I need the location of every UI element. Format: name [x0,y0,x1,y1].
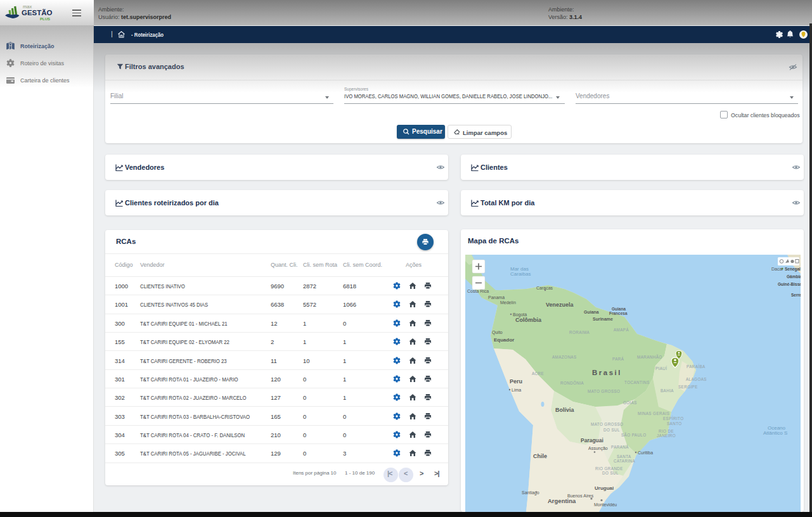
svg-text:Paraguai: Paraguai [581,437,603,444]
svg-text:MARANHÃO: MARANHÃO [637,354,662,359]
svg-text:Assunção: Assunção [588,446,608,451]
svg-text:Peru: Peru [510,378,522,385]
svg-text:RONDÔNIA: RONDÔNIA [560,380,584,385]
svg-text:Brasil: Brasil [592,369,622,376]
svg-text:SANTO: SANTO [667,421,682,426]
svg-text:MATO GROSSO: MATO GROSSO [591,422,623,426]
svg-text:RIO DE: RIO DE [659,429,674,433]
svg-text:PARANÁ: PARANÁ [611,444,629,449]
svg-text:Venezuela: Venezuela [546,302,574,308]
svg-text:ACRE: ACRE [532,371,544,376]
svg-text:PIAUÍ: PIAUÍ [655,366,667,371]
svg-text:CATARINA: CATARINA [614,459,636,463]
svg-text:Curitiba: Curitiba [638,450,653,455]
svg-text:DO SUL: DO SUL [602,471,619,475]
svg-text:ESPÍRITO: ESPÍRITO [663,416,683,421]
svg-text:Francesa: Francesa [609,311,628,316]
svg-text:JANEIRO: JANEIRO [657,433,676,438]
svg-text:Chile: Chile [533,453,547,459]
svg-text:Lima: Lima [512,388,521,392]
svg-text:SERGIPE: SERGIPE [678,385,698,389]
svg-text:Bogotá: Bogotá [513,312,527,317]
svg-text:AMAZONAS: AMAZONAS [552,355,577,359]
svg-text:SANTA: SANTA [617,454,631,459]
svg-text:Suriname: Suriname [593,317,613,321]
svg-text:Montevidéu: Montevidéu [594,502,617,507]
svg-text:GOIÁS: GOIÁS [623,400,637,405]
svg-text:Caraíbas: Caraíbas [510,271,531,277]
svg-text:Equador: Equador [494,337,514,343]
svg-text:TOCANTINS: TOCANTINS [624,380,650,385]
svg-text:ALAGOAS: ALAGOAS [686,377,707,381]
svg-text:Atlântico S: Atlântico S [763,430,787,436]
svg-text:Panamá: Panamá [488,295,505,300]
svg-text:Senegal: Senegal [785,267,801,272]
svg-text:RIO GRANDE: RIO GRANDE [595,466,623,471]
svg-text:PARÁ: PARÁ [612,356,624,361]
svg-text:Uruguai: Uruguai [595,485,614,491]
svg-text:Guiana: Guiana [612,307,626,311]
svg-text:RORAIMA: RORAIMA [569,330,590,335]
svg-text:PARAÍBA: PARAÍBA [686,364,706,369]
svg-text:Medelín: Medelín [500,300,516,305]
svg-text:Argentina: Argentina [548,497,576,504]
svg-text:Santiago: Santiago [522,490,539,495]
svg-text:Bolívia: Bolívia [555,407,575,413]
svg-text:AMAPÁ: AMAPÁ [614,327,629,332]
svg-text:Buenos Aires: Buenos Aires [567,494,594,498]
svg-text:Serra L: Serra L [791,293,801,297]
svg-text:Gâmbia: Gâmbia [787,274,801,279]
svg-text:Colômbia: Colômbia [515,317,542,323]
svg-text:Guiné-Bissau: Guiné-Bissau [778,282,801,286]
svg-text:Quito: Quito [492,330,503,335]
svg-text:SÃO PAULO: SÃO PAULO [621,432,647,437]
svg-text:Guiana: Guiana [584,310,599,314]
svg-text:MATO GROSSO: MATO GROSSO [588,389,620,393]
svg-text:Dacar: Dacar [771,267,783,271]
svg-text:MINAS GERAIS: MINAS GERAIS [638,411,669,416]
svg-text:DO SUL: DO SUL [603,428,620,432]
svg-text:BAHIA: BAHIA [661,388,674,393]
